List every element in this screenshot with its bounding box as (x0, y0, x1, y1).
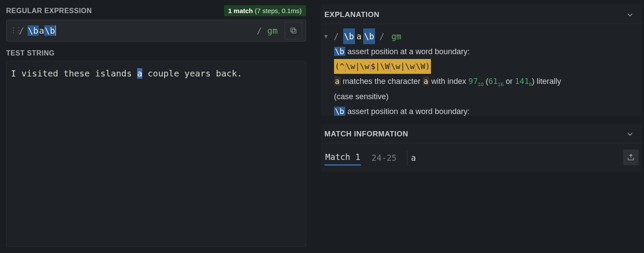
regex-token-literal: a (39, 25, 44, 36)
exp-text: or (503, 77, 515, 86)
match-highlight: a (137, 68, 142, 79)
exp-text: (case sensitive) (324, 89, 639, 104)
regex-flags[interactable]: gm (265, 25, 280, 36)
exp-index-dec: 97 (468, 76, 478, 86)
export-icon (627, 153, 635, 161)
exp-delimiter: / (377, 28, 387, 44)
test-string-input[interactable]: I visited these islands a couple years b… (6, 61, 306, 247)
regex-section-title: REGULAR EXPRESSION (6, 7, 92, 15)
svg-rect-1 (291, 28, 295, 32)
exp-base: 16 (498, 81, 503, 87)
exp-token: a (357, 28, 362, 44)
test-string-text: I visited these islands (11, 68, 137, 79)
exp-delimiter: / (331, 28, 341, 44)
regex-input[interactable]: / \ba\b / gm (6, 20, 306, 42)
chevron-down-icon (626, 130, 634, 139)
copy-regex-button[interactable] (285, 22, 302, 39)
chevron-down-icon (626, 10, 634, 19)
exp-token: \b (343, 28, 355, 44)
match-label[interactable]: Match 1 (324, 149, 361, 166)
regex-delimiter-close: / (254, 25, 265, 36)
drag-handle-icon[interactable] (10, 30, 16, 31)
export-matches-button[interactable] (623, 149, 639, 165)
exp-token-boundary: \b (334, 107, 345, 116)
exp-text: ) literally (532, 77, 561, 86)
regex-pattern-field[interactable]: \ba\b (27, 25, 254, 36)
match-text: a (407, 150, 419, 165)
exp-index-oct: 141 (515, 76, 529, 86)
exp-flags: gm (389, 28, 404, 44)
match-count-badge: 1 match (7 steps, 0.1ms) (224, 5, 306, 16)
regex-delimiter-open: / (16, 25, 27, 36)
explanation-section-header[interactable]: EXPLANATION (321, 4, 642, 24)
exp-text: with index (429, 77, 468, 86)
exp-text: matches the character (341, 77, 423, 86)
exp-text: ( (484, 77, 489, 86)
exp-token: \b (363, 28, 375, 44)
regex-token-escape: \b (28, 25, 39, 36)
exp-text: assert position at a word boundary: (345, 47, 470, 56)
exp-base: 10 (478, 81, 484, 87)
explanation-content[interactable]: ▼ / \ba\b / gm \b assert position at a w… (321, 24, 642, 116)
collapse-triangle-icon[interactable]: ▼ (324, 31, 327, 42)
match-range: 24-25 (368, 150, 400, 165)
exp-literal-char: a (334, 76, 341, 86)
exp-literal-char: a (423, 76, 429, 86)
test-string-section-title: TEST STRING (6, 49, 55, 57)
test-string-text: couple years back. (142, 68, 242, 79)
copy-icon (289, 27, 297, 35)
exp-index-hex: 61 (489, 76, 498, 86)
exp-boundary-detail: (^\w|\w$|\W\w|\w\W) (334, 59, 431, 74)
exp-token-boundary: \b (334, 47, 345, 56)
svg-rect-0 (292, 29, 296, 33)
explanation-title: EXPLANATION (324, 10, 379, 19)
regex-token-escape: \b (44, 25, 55, 36)
exp-text: assert position at a word boundary: (345, 107, 470, 116)
match-info-title: MATCH INFORMATION (324, 130, 408, 139)
match-info-section-header[interactable]: MATCH INFORMATION (321, 124, 642, 143)
